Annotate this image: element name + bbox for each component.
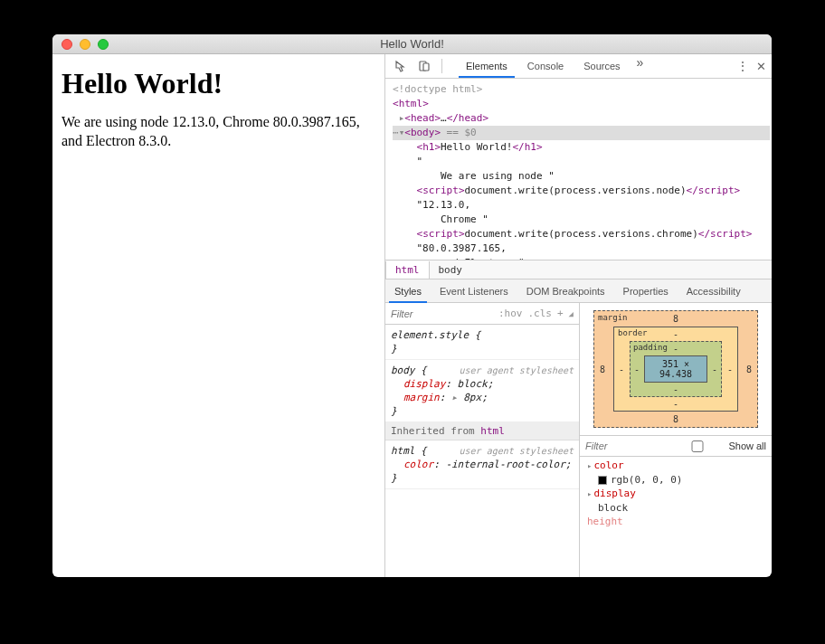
cls-toggle[interactable]: .cls bbox=[527, 308, 552, 319]
color-swatch-icon bbox=[598, 476, 607, 485]
traffic-lights bbox=[52, 39, 109, 50]
dom-tree[interactable]: <!doctype html> <html> ▸<head>…</head> ⋯… bbox=[385, 79, 772, 260]
close-devtools-icon[interactable]: ✕ bbox=[756, 60, 766, 73]
window-body: Hello World! We are using node 12.13.0, … bbox=[52, 54, 772, 577]
bm-content: 351 × 94.438 bbox=[644, 355, 707, 383]
tab-sources[interactable]: Sources bbox=[574, 55, 629, 77]
computed-filter: Show all bbox=[580, 435, 772, 457]
device-icon[interactable] bbox=[414, 56, 434, 76]
close-icon[interactable] bbox=[62, 39, 72, 50]
zoom-icon[interactable] bbox=[98, 39, 109, 50]
hov-toggle[interactable]: :hov bbox=[498, 308, 523, 319]
dom-breadcrumb: html body bbox=[385, 260, 772, 279]
titlebar: Hello World! bbox=[52, 34, 772, 54]
computed-pane: margin 8 8 8 8 border - - - bbox=[580, 303, 772, 577]
computed-list[interactable]: color rgb(0, 0, 0) display block height bbox=[580, 457, 772, 530]
inherited-header: Inherited from html bbox=[385, 422, 579, 440]
kebab-icon[interactable]: ⋮ bbox=[736, 59, 749, 73]
html-rule[interactable]: html {user agent stylesheet color: -inte… bbox=[385, 440, 579, 489]
divider bbox=[441, 59, 442, 73]
stab-event[interactable]: Event Listeners bbox=[431, 280, 517, 302]
dom-selected-body[interactable]: ⋯▾<body> == $0 bbox=[393, 126, 770, 140]
app-window: Hello World! Hello World! We are using n… bbox=[52, 34, 772, 577]
page-paragraph: We are using node 12.13.0, Chrome 80.0.3… bbox=[62, 113, 375, 151]
dom-doctype: <!doctype html> bbox=[393, 83, 482, 95]
add-rule-icon[interactable]: + bbox=[557, 308, 564, 319]
rendered-page: Hello World! We are using node 12.13.0, … bbox=[52, 54, 384, 577]
show-all-checkbox[interactable] bbox=[670, 440, 725, 452]
tabs-overflow-icon[interactable]: » bbox=[631, 55, 650, 77]
crumb-body[interactable]: body bbox=[430, 261, 472, 279]
styles-pane: :hov .cls + ◢ element.style {} body {use… bbox=[385, 303, 580, 577]
tab-console[interactable]: Console bbox=[518, 55, 573, 77]
stab-styles[interactable]: Styles bbox=[385, 280, 431, 302]
stab-dom-bp[interactable]: DOM Breakpoints bbox=[517, 280, 614, 302]
devtools-toolbar: Elements Console Sources » ⋮ ✕ bbox=[385, 54, 772, 79]
styles-filter-input[interactable] bbox=[391, 308, 445, 319]
computed-filter-input[interactable] bbox=[585, 440, 640, 451]
inspect-icon[interactable] bbox=[391, 56, 411, 76]
minimize-icon[interactable] bbox=[80, 39, 90, 50]
stab-properties[interactable]: Properties bbox=[614, 280, 678, 302]
element-style-rule[interactable]: element.style {} bbox=[385, 325, 579, 360]
body-rule[interactable]: body {user agent stylesheet display: blo… bbox=[385, 360, 579, 422]
toolbar-right: ⋮ ✕ bbox=[736, 59, 766, 73]
styles-filter-row: :hov .cls + ◢ bbox=[385, 303, 579, 325]
show-all-toggle[interactable]: Show all bbox=[670, 440, 766, 452]
window-title: Hello World! bbox=[380, 37, 444, 51]
tab-elements[interactable]: Elements bbox=[457, 55, 517, 77]
svg-rect-1 bbox=[423, 63, 429, 71]
page-heading: Hello World! bbox=[62, 67, 375, 100]
stab-accessibility[interactable]: Accessibility bbox=[678, 280, 750, 302]
crumb-html[interactable]: html bbox=[385, 261, 430, 279]
box-model[interactable]: margin 8 8 8 8 border - - - bbox=[580, 303, 772, 435]
styles-lower: :hov .cls + ◢ element.style {} body {use… bbox=[385, 303, 772, 577]
devtools-tabs: Elements Console Sources » bbox=[457, 55, 733, 77]
devtools-panel: Elements Console Sources » ⋮ ✕ <!doctype… bbox=[384, 54, 772, 577]
expand-icon[interactable]: ◢ bbox=[569, 309, 574, 318]
styles-tabs: Styles Event Listeners DOM Breakpoints P… bbox=[385, 279, 772, 303]
